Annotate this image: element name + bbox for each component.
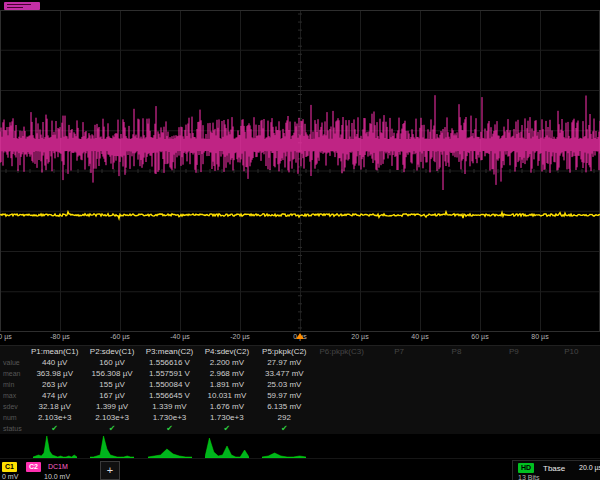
- measure-status: ✔: [198, 424, 255, 433]
- measure-header-p6[interactable]: P6:pkpk(C3): [313, 347, 370, 356]
- measure-cell: 2.103e+3: [26, 413, 83, 422]
- measure-cell: 59.97 mV: [256, 391, 313, 400]
- measure-cell: 25.03 mV: [256, 380, 313, 389]
- oscilloscope-screen: -100 µs-80 µs-60 µs-40 µs-20 µs0 µs20 µs…: [0, 0, 600, 480]
- histicon-p2: [90, 434, 134, 458]
- measure-status: ✔: [256, 424, 313, 433]
- measure-cell: 1.730e+3: [198, 413, 255, 422]
- measure-row-label: value: [0, 359, 26, 366]
- plot-area[interactable]: [0, 10, 600, 332]
- measure-cell: 160 µV: [83, 358, 140, 367]
- timebase-value: 20.0 µs/div: [579, 464, 600, 471]
- measure-row-label: num: [0, 414, 26, 421]
- measure-cell: 2.968 mV: [198, 369, 255, 378]
- histicon-p4: [205, 434, 249, 458]
- channel-c2-coupling: DC1M: [48, 463, 68, 470]
- timebase-panel[interactable]: HD Tbase 20.0 µs/div 13 Bits: [512, 460, 600, 480]
- measure-cell: 1.676 mV: [198, 402, 255, 411]
- measure-cell: 1.550084 V: [141, 380, 198, 389]
- measure-cell: 32.18 µV: [26, 402, 83, 411]
- measure-header-p4[interactable]: P4:sdev(C2): [198, 347, 255, 356]
- measure-header-p10[interactable]: P10: [543, 347, 600, 356]
- measure-row-label: mean: [0, 370, 26, 377]
- measure-cell: 156.308 µV: [83, 369, 140, 378]
- histicon-row: [0, 433, 600, 459]
- timebase-bits: 13 Bits: [518, 474, 539, 480]
- time-label: -60 µs: [110, 333, 130, 340]
- measure-cell: 292: [256, 413, 313, 422]
- measure-row-label: min: [0, 381, 26, 388]
- measure-row-label: max: [0, 392, 26, 399]
- channel-c2-badge[interactable]: C2: [26, 462, 41, 472]
- measure-header-p3[interactable]: P3:mean(C2): [141, 347, 198, 356]
- measure-cell: 363.98 µV: [26, 369, 83, 378]
- time-label: 20 µs: [351, 333, 368, 340]
- measure-cell: 167 µV: [83, 391, 140, 400]
- time-label: -20 µs: [230, 333, 250, 340]
- measure-row-label: status: [0, 425, 26, 432]
- vendor-logo: [4, 2, 40, 10]
- channel-c1-badge[interactable]: C1: [2, 462, 17, 472]
- measure-status: ✔: [141, 424, 198, 433]
- histicon-p5: [262, 434, 306, 458]
- trigger-position-marker[interactable]: [296, 333, 304, 339]
- measure-cell: 474 µV: [26, 391, 83, 400]
- measure-cell: 155 µV: [83, 380, 140, 389]
- measure-cell: 1.730e+3: [141, 413, 198, 422]
- measure-cell: 1.556645 V: [141, 391, 198, 400]
- measure-cell: 440 µV: [26, 358, 83, 367]
- measure-table: P1:mean(C1)P2:sdev(C1)P3:mean(C2)P4:sdev…: [0, 345, 600, 434]
- measure-header-p7[interactable]: P7: [370, 347, 427, 356]
- measure-cell: 1.557591 V: [141, 369, 198, 378]
- measure-cell: 2.103e+3: [83, 413, 140, 422]
- histicon-p3: [148, 434, 192, 458]
- channel-c2-vdiv: 10.0 mV: [44, 473, 70, 480]
- measure-cell: 1.891 mV: [198, 380, 255, 389]
- histicon-p1: [33, 434, 77, 458]
- measure-cell: 10.031 mV: [198, 391, 255, 400]
- measure-header-p9[interactable]: P9: [485, 347, 542, 356]
- time-label: 40 µs: [411, 333, 428, 340]
- measure-header-p8[interactable]: P8: [428, 347, 485, 356]
- measure-status: ✔: [83, 424, 140, 433]
- time-label: -100 µs: [0, 333, 12, 340]
- measure-cell: 33.477 mV: [256, 369, 313, 378]
- time-label: -80 µs: [50, 333, 70, 340]
- measure-header-p5[interactable]: P5:pkpk(C2): [256, 347, 313, 356]
- measure-cell: 1.399 µV: [83, 402, 140, 411]
- measure-cell: 263 µV: [26, 380, 83, 389]
- hd-badge: HD: [518, 463, 534, 473]
- measure-header-p2[interactable]: P2:sdev(C1): [83, 347, 140, 356]
- channel-c1-value: 0 mV: [2, 473, 18, 480]
- timebase-label: Tbase: [543, 464, 565, 473]
- descriptor-bar: C1 0 mV C2 DC1M 10.0 mV + HD Tbase 20.0 …: [0, 458, 600, 480]
- time-label: 80 µs: [531, 333, 548, 340]
- measure-row-label: sdev: [0, 403, 26, 410]
- measure-status: ✔: [26, 424, 83, 433]
- time-label: -40 µs: [170, 333, 190, 340]
- measure-cell: 1.339 mV: [141, 402, 198, 411]
- measure-cell: 27.97 mV: [256, 358, 313, 367]
- measure-cell: 6.135 mV: [256, 402, 313, 411]
- add-trace-button[interactable]: +: [100, 461, 120, 480]
- measure-header-p1[interactable]: P1:mean(C1): [26, 347, 83, 356]
- measure-cell: 2.200 mV: [198, 358, 255, 367]
- time-label: 60 µs: [471, 333, 488, 340]
- measure-cell: 1.556616 V: [141, 358, 198, 367]
